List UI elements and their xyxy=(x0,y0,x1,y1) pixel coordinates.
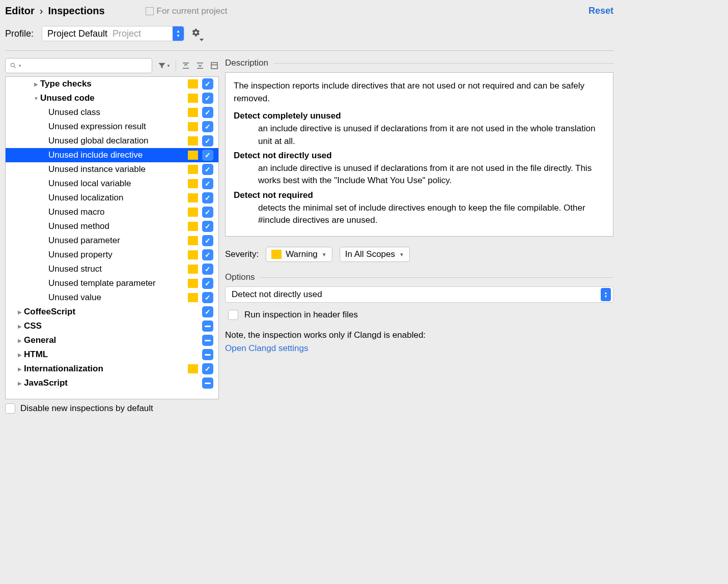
checkbox[interactable]: ✓ xyxy=(202,164,213,175)
reset-button[interactable]: Reset xyxy=(589,6,613,16)
tree-group[interactable]: ▶ Internationalization ✓ xyxy=(6,362,218,376)
tree-item[interactable]: Unused local variable✓ xyxy=(6,177,218,191)
checkbox-mixed[interactable] xyxy=(202,335,213,346)
checkbox-mixed[interactable] xyxy=(202,349,213,360)
profile-select[interactable]: Project Default Project ▲▼ xyxy=(42,26,184,41)
severity-indicator xyxy=(188,165,198,174)
checkbox[interactable]: ✓ xyxy=(202,249,213,260)
checkbox[interactable]: ✓ xyxy=(202,235,213,246)
tree-group[interactable]: ▶ Type checks ✓ xyxy=(6,77,218,91)
description-title: Description xyxy=(225,58,268,68)
tree-group[interactable]: ▶ JavaScript xyxy=(6,376,218,390)
checkbox[interactable]: ✓ xyxy=(202,93,213,104)
checkbox[interactable]: ✓ xyxy=(202,150,213,161)
tree-group[interactable]: ▶ CSS xyxy=(6,319,218,333)
severity-indicator xyxy=(188,179,198,188)
chevron-right-icon: › xyxy=(40,5,43,17)
severity-indicator xyxy=(188,250,198,259)
severity-select[interactable]: Warning ▼ xyxy=(266,247,332,262)
tree-item[interactable]: Unused template parameter✓ xyxy=(6,276,218,290)
disclosure-closed-icon[interactable]: ▶ xyxy=(16,366,24,372)
checkbox[interactable]: ✓ xyxy=(202,135,213,147)
profile-label: Profile: xyxy=(5,28,34,39)
tree-item[interactable]: Unused instance variable✓ xyxy=(6,162,218,177)
header-files-checkbox[interactable] xyxy=(228,310,238,320)
tree-item[interactable]: Unused struct✓ xyxy=(6,262,218,276)
severity-indicator xyxy=(188,122,198,131)
disclosure-closed-icon[interactable]: ▶ xyxy=(16,352,24,358)
project-icon xyxy=(146,7,154,15)
checkbox[interactable]: ✓ xyxy=(202,363,213,374)
tree-item[interactable]: Unused value✓ xyxy=(6,290,218,305)
severity-indicator xyxy=(188,193,198,202)
updown-icon: ▲▼ xyxy=(601,288,611,301)
tree-item[interactable]: Unused global declaration✓ xyxy=(6,134,218,148)
checkbox[interactable]: ✓ xyxy=(202,221,213,232)
warning-icon xyxy=(271,250,282,259)
detection-mode-select[interactable]: Detect not directly used ▲▼ xyxy=(225,286,613,303)
header-files-label: Run inspection in header files xyxy=(244,310,358,320)
search-icon xyxy=(10,62,17,69)
show-icon[interactable] xyxy=(210,61,219,70)
description-box: The inspection reports include directive… xyxy=(225,72,613,237)
severity-label: Severity: xyxy=(225,249,259,259)
inspection-tree[interactable]: ▶ Type checks ✓ ▼ Unused code ✓ Unused c… xyxy=(5,76,219,399)
svg-line-1 xyxy=(14,67,16,68)
checkbox-mixed[interactable] xyxy=(202,377,213,389)
checkbox[interactable]: ✓ xyxy=(202,264,213,275)
search-input[interactable]: ▼ xyxy=(5,58,152,73)
chevron-down-icon: ▼ xyxy=(18,64,22,68)
severity-indicator xyxy=(188,108,198,117)
severity-indicator xyxy=(188,79,198,89)
disclosure-open-icon[interactable]: ▼ xyxy=(32,96,40,101)
severity-indicator xyxy=(188,265,198,274)
scope-indicator: For current project xyxy=(146,6,228,16)
severity-indicator xyxy=(188,222,198,231)
disclosure-closed-icon[interactable]: ▶ xyxy=(16,338,24,343)
scope-select[interactable]: In All Scopes ▼ xyxy=(340,247,410,262)
breadcrumb-current: Inspections xyxy=(48,5,104,17)
tree-item[interactable]: Unused localization✓ xyxy=(6,191,218,205)
breadcrumb-parent[interactable]: Editor xyxy=(5,5,35,17)
chevron-down-icon: ▼ xyxy=(399,252,404,257)
tree-group[interactable]: ▶ HTML xyxy=(6,347,218,362)
disclosure-closed-icon[interactable]: ▶ xyxy=(16,309,24,315)
svg-rect-6 xyxy=(211,63,217,69)
tree-group[interactable]: ▶ CoffeeScript ✓ xyxy=(6,305,218,319)
tree-item[interactable]: Unused method✓ xyxy=(6,219,218,233)
tree-item[interactable]: Unused include directive✓ xyxy=(6,148,218,162)
checkbox[interactable]: ✓ xyxy=(202,292,213,303)
checkbox[interactable]: ✓ xyxy=(202,107,213,118)
tree-item[interactable]: Unused expression result✓ xyxy=(6,120,218,134)
checkbox-mixed[interactable] xyxy=(202,320,213,332)
chevron-down-icon: ▼ xyxy=(322,252,327,257)
tree-item[interactable]: Unused class✓ xyxy=(6,105,218,120)
tree-item[interactable]: Unused property✓ xyxy=(6,248,218,262)
tree-item[interactable]: Unused macro✓ xyxy=(6,205,218,219)
disable-new-label: Disable new inspections by default xyxy=(20,403,153,414)
disclosure-closed-icon[interactable]: ▶ xyxy=(16,324,24,329)
tree-item[interactable]: Unused parameter✓ xyxy=(6,233,218,248)
expand-all-icon[interactable] xyxy=(181,61,190,70)
filter-icon[interactable]: ▼ xyxy=(157,61,171,70)
checkbox[interactable]: ✓ xyxy=(202,207,213,218)
checkbox[interactable]: ✓ xyxy=(202,278,213,289)
gear-icon[interactable] xyxy=(190,27,201,40)
severity-indicator xyxy=(188,151,198,160)
checkbox[interactable]: ✓ xyxy=(202,78,213,90)
checkbox[interactable]: ✓ xyxy=(202,192,213,203)
severity-indicator xyxy=(188,364,198,373)
disable-new-checkbox[interactable] xyxy=(5,403,15,414)
checkbox[interactable]: ✓ xyxy=(202,306,213,317)
checkbox[interactable]: ✓ xyxy=(202,121,213,132)
checkbox[interactable]: ✓ xyxy=(202,178,213,189)
severity-indicator xyxy=(188,136,198,145)
tree-group[interactable]: ▶ General xyxy=(6,333,218,347)
tree-group[interactable]: ▼ Unused code ✓ xyxy=(6,91,218,105)
severity-indicator xyxy=(188,279,198,288)
severity-indicator xyxy=(188,94,198,103)
open-clangd-link[interactable]: Open Clangd settings xyxy=(225,343,309,353)
collapse-all-icon[interactable] xyxy=(195,61,205,70)
disclosure-closed-icon[interactable]: ▶ xyxy=(16,381,24,386)
disclosure-closed-icon[interactable]: ▶ xyxy=(32,81,40,87)
